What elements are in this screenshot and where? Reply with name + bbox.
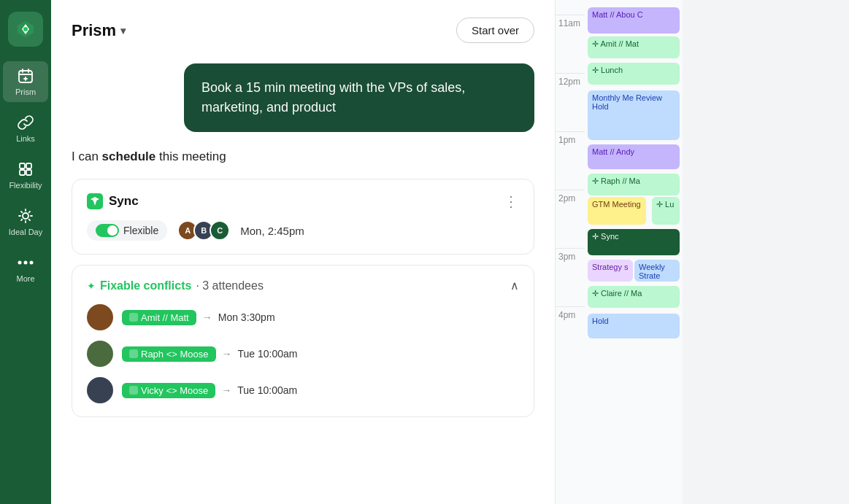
- svg-rect-5: [26, 170, 31, 175]
- start-over-button[interactable]: Start over: [456, 18, 534, 43]
- calendar-event[interactable]: Hold: [588, 314, 680, 338]
- svg-point-6: [23, 213, 28, 219]
- schedule-text: I can schedule this meeting: [72, 150, 534, 164]
- conflict-row: Amit // Matt → Mon 3:30pm: [87, 304, 519, 330]
- flexible-toggle[interactable]: Flexible: [87, 220, 167, 241]
- calendar-event[interactable]: Weekly Strate: [634, 260, 680, 282]
- calendar-event[interactable]: Strategy s: [588, 260, 633, 282]
- conflicts-diamond-icon: ✦: [87, 280, 96, 292]
- svg-point-8: [24, 261, 28, 265]
- sync-card: Sync ⋮ Flexible A B C Mon, 2:45pm: [72, 179, 534, 255]
- calendar-time-column: 11am 12pm 1pm 2pm 3pm 4pm: [556, 0, 585, 504]
- conflicts-title: ✦ Fixable conflicts · 3 attendees: [87, 279, 264, 292]
- message-text: Book a 15 min meeting with the VPs of sa…: [201, 80, 465, 115]
- badge-icon: [129, 313, 138, 322]
- calendar-events-column: Matt // Abou C ✛ Amit // Mat ✛ Lunch Mon…: [585, 0, 683, 504]
- conflict-info: Amit // Matt → Mon 3:30pm: [122, 310, 275, 325]
- chat-header: Prism ▾ Start over: [72, 18, 534, 43]
- sidebar-item-prism[interactable]: Prism: [3, 61, 48, 102]
- svg-rect-4: [20, 170, 25, 175]
- fixable-conflicts-label: Fixable conflicts: [100, 279, 191, 292]
- flexibility-icon: [17, 160, 34, 178]
- calendar-event[interactable]: Matt // Abou C: [588, 7, 680, 34]
- conflicts-header: ✦ Fixable conflicts · 3 attendees ∧: [87, 279, 519, 292]
- calendar-event[interactable]: ✛ Claire // Ma: [588, 286, 680, 308]
- time-slot-2pm: 2pm: [556, 190, 585, 248]
- badge-icon: [129, 386, 138, 395]
- conflict-time: Mon 3:30pm: [218, 311, 275, 323]
- sync-card-title: Sync: [87, 193, 139, 209]
- conflict-time: Tue 10:00am: [237, 384, 297, 396]
- sidebar-item-label: Links: [16, 134, 35, 143]
- conflict-badge-label: Vicky <> Moose: [141, 385, 208, 396]
- conflict-row: Vicky <> Moose → Tue 10:00am: [87, 377, 519, 403]
- sidebar-item-more[interactable]: More: [3, 248, 48, 289]
- app-logo[interactable]: [8, 12, 43, 47]
- conflict-arrow: →: [202, 311, 212, 323]
- sidebar-item-label: Prism: [15, 88, 36, 96]
- calendar-event[interactable]: ✛ Lunch: [588, 63, 680, 85]
- sidebar-item-label: Flexibility: [9, 181, 42, 190]
- ellipsis-icon[interactable]: ⋮: [504, 193, 519, 210]
- chevron-down-icon[interactable]: ▾: [120, 25, 126, 36]
- calendar-event[interactable]: ✛ Raph // Ma: [588, 174, 680, 195]
- conflict-arrow: →: [222, 348, 232, 360]
- sun-icon: [17, 207, 34, 225]
- sidebar: Prism Links Flexibility: [0, 0, 51, 504]
- time-slot-12pm: 12pm: [556, 73, 585, 131]
- chat-title-text: Prism: [72, 21, 116, 40]
- time-slot-11am: 11am: [556, 15, 585, 73]
- svg-point-7: [18, 261, 22, 265]
- conflict-info: Vicky <> Moose → Tue 10:00am: [122, 383, 297, 398]
- calendar-event[interactable]: Matt // Andy: [588, 144, 680, 169]
- sync-calendar-event[interactable]: ✛ Sync: [588, 229, 680, 255]
- time-slot-4pm: 4pm: [556, 306, 585, 365]
- conflict-row: Raph <> Moose → Tue 10:00am: [87, 341, 519, 367]
- svg-rect-2: [20, 163, 25, 168]
- sidebar-item-flexibility[interactable]: Flexibility: [3, 155, 48, 195]
- sync-title-text: Sync: [109, 194, 139, 209]
- toggle-switch[interactable]: [96, 224, 119, 237]
- green-diamond-icon: [87, 193, 103, 209]
- conflict-badge-label: Raph <> Moose: [141, 349, 209, 360]
- calendar-plus-icon: [17, 67, 34, 85]
- conflict-badge: Vicky <> Moose: [122, 383, 215, 398]
- chat-panel: Prism ▾ Start over Book a 15 min meeting…: [51, 0, 555, 504]
- calendar-event[interactable]: ✛ Lu: [652, 197, 680, 225]
- conflict-badge: Raph <> Moose: [122, 346, 216, 362]
- time-slot-1pm: 1pm: [556, 131, 585, 190]
- badge-icon: [129, 349, 138, 358]
- svg-point-0: [23, 27, 28, 31]
- sidebar-item-ideal-day[interactable]: Ideal Day: [3, 201, 48, 242]
- sidebar-item-links[interactable]: Links: [3, 108, 48, 149]
- avatar: [87, 377, 113, 403]
- sync-card-header: Sync ⋮: [87, 193, 519, 210]
- calendar-event[interactable]: ✛ Amit // Mat: [588, 36, 680, 58]
- chevron-up-icon[interactable]: ∧: [510, 279, 519, 292]
- sidebar-item-label: Ideal Day: [9, 228, 42, 236]
- attendee-avatars: A B C: [177, 220, 230, 241]
- calendar-panel: 11am 12pm 1pm 2pm 3pm 4pm Matt // Abou C…: [555, 0, 683, 504]
- time-slot-3pm: 3pm: [556, 248, 585, 306]
- chat-title: Prism ▾: [72, 21, 126, 40]
- conflict-time: Tue 10:00am: [238, 348, 298, 360]
- attendees-count-label: · 3 attendees: [196, 279, 264, 292]
- flexible-label: Flexible: [123, 225, 158, 236]
- conflict-badge-label: Amit // Matt: [141, 312, 189, 323]
- svg-rect-3: [26, 163, 31, 168]
- avatar: [87, 341, 113, 367]
- conflicts-card: ✦ Fixable conflicts · 3 attendees ∧ Amit…: [72, 265, 534, 417]
- avatar: [87, 304, 113, 330]
- conflict-badge: Amit // Matt: [122, 310, 196, 325]
- more-icon: [17, 254, 34, 271]
- calendar-event[interactable]: GTM Meeting: [588, 197, 646, 225]
- calendar-event[interactable]: Monthly Me Review Hold: [588, 90, 680, 140]
- user-message-bubble: Book a 15 min meeting with the VPs of sa…: [184, 63, 534, 132]
- conflict-arrow: →: [221, 384, 231, 396]
- sidebar-item-label: More: [16, 274, 34, 283]
- conflict-info: Raph <> Moose → Tue 10:00am: [122, 346, 298, 362]
- avatar: C: [210, 220, 230, 241]
- svg-point-9: [30, 261, 34, 265]
- meeting-time: Mon, 2:45pm: [240, 225, 304, 237]
- sync-card-row: Flexible A B C Mon, 2:45pm: [87, 220, 519, 241]
